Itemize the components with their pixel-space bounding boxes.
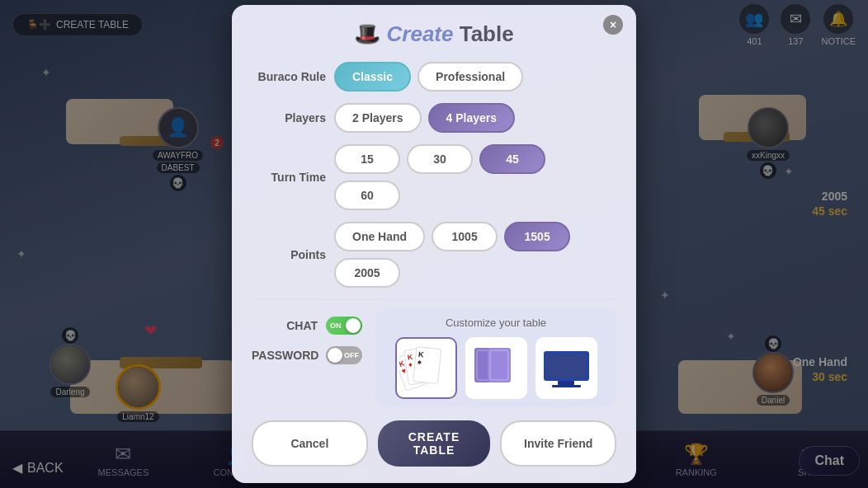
modal-title: 🎩 Create Table × — [252, 21, 616, 47]
svg-rect-15 — [558, 381, 574, 385]
customize-title: Customize your table — [385, 317, 606, 329]
chat-toggle-text: ON — [330, 321, 342, 330]
points-1505-button[interactable]: 1505 — [504, 222, 570, 251]
card-style-1-button[interactable]: K ♥ K ♦ K ♠ — [395, 337, 457, 399]
password-toggle[interactable]: OFF — [326, 346, 362, 364]
turn-time-60-button[interactable]: 60 — [334, 181, 400, 210]
modal-divider — [252, 299, 616, 300]
create-table-submit-button[interactable]: CREATE TABLE — [378, 420, 491, 467]
turn-time-15-button[interactable]: 15 — [334, 144, 400, 174]
password-toggle-knob — [328, 348, 342, 363]
close-modal-button[interactable]: × — [603, 15, 623, 35]
points-1005-button[interactable]: 1005 — [432, 222, 498, 251]
players-row: Players 2 Players 4 Players — [252, 103, 616, 133]
password-label: PASSWORD — [252, 349, 318, 362]
buraco-professional-button[interactable]: Professional — [417, 62, 523, 92]
customize-cards-panel: Customize your table K ♥ K — [375, 308, 616, 407]
points-onehand-button[interactable]: One Hand — [334, 222, 425, 251]
card-style-3-button[interactable] — [535, 337, 597, 399]
cancel-button[interactable]: Cancel — [252, 420, 368, 467]
svg-rect-11 — [488, 348, 511, 382]
chat-toggle-row: CHAT ON — [252, 317, 362, 335]
points-label: Points — [252, 248, 326, 261]
action-buttons-row: Cancel CREATE TABLE Invite Friend — [252, 420, 616, 467]
turn-time-45-button[interactable]: 45 — [479, 144, 545, 174]
toggles-area: CHAT ON PASSWORD OFF — [252, 308, 362, 364]
players-label: Players — [252, 111, 326, 124]
invite-friend-button[interactable]: Invite Friend — [500, 420, 616, 467]
buraco-rule-row: Buraco Rule Classic Professional — [252, 62, 616, 92]
turn-time-options: 15 30 45 60 — [334, 144, 616, 210]
chat-label: CHAT — [252, 319, 318, 332]
password-toggle-text: OFF — [344, 351, 359, 359]
turn-time-30-button[interactable]: 30 — [407, 144, 473, 174]
points-row: Points One Hand 1005 1505 2005 — [252, 222, 616, 288]
card-options: K ♥ K ♦ K ♠ — [385, 337, 606, 399]
buraco-classic-button[interactable]: Classic — [334, 62, 411, 92]
turn-time-row: Turn Time 15 30 45 60 — [252, 144, 616, 210]
create-table-modal: 🎩 Create Table × Buraco Rule Classic Pro… — [232, 5, 636, 483]
password-toggle-row: PASSWORD OFF — [252, 346, 362, 364]
customize-section: CHAT ON PASSWORD OFF Customize your tabl… — [252, 308, 616, 407]
players-2-button[interactable]: 2 Players — [334, 103, 422, 133]
points-options: One Hand 1005 1505 2005 — [334, 222, 616, 288]
svg-rect-16 — [552, 385, 581, 387]
players-4-button[interactable]: 4 Players — [428, 103, 516, 133]
buraco-rule-label: Buraco Rule — [252, 70, 326, 83]
turn-time-label: Turn Time — [252, 171, 326, 184]
points-2005-button[interactable]: 2005 — [334, 258, 400, 288]
card-back-svg — [469, 341, 523, 395]
chat-toggle[interactable]: ON — [326, 317, 362, 335]
svg-rect-14 — [546, 354, 587, 378]
card-style-2-button[interactable] — [465, 337, 527, 399]
chat-toggle-knob — [346, 318, 361, 333]
card-hand-svg: K ♥ K ♦ K ♠ — [399, 341, 453, 395]
title-hat-icon: 🎩 — [354, 21, 386, 46]
players-options: 2 Players 4 Players — [334, 103, 515, 133]
buraco-rule-options: Classic Professional — [334, 62, 523, 92]
table-svg — [540, 341, 593, 395]
